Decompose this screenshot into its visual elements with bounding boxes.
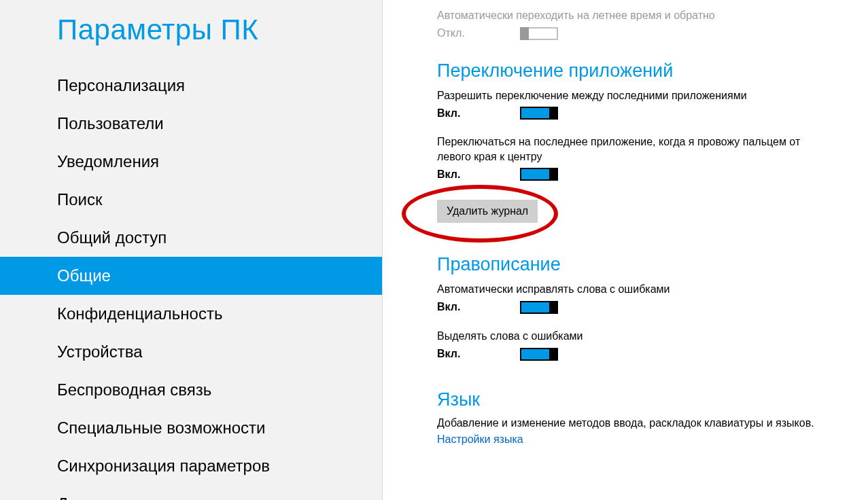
delete-history-button[interactable]: Удалить журнал [437, 200, 538, 223]
setting-swipe-last-app: Переключаться на последнее приложение, к… [437, 135, 834, 181]
setting-allow-recent-desc: Разрешить переключение между последними … [437, 88, 834, 103]
sidebar-item-privacy[interactable]: Конфиденциальность [0, 295, 382, 333]
section-language: Язык Добавление и изменение методов ввод… [437, 389, 834, 446]
setting-highlight-errors-desc: Выделять слова с ошибками [437, 329, 834, 344]
sidebar-item-users[interactable]: Пользователи [0, 105, 382, 143]
sidebar: Параметры ПК Персонализация Пользователи… [0, 0, 383, 500]
setting-swipe-last-app-state: Вкл. [437, 168, 471, 181]
setting-swipe-last-app-desc: Переключаться на последнее приложение, к… [437, 135, 834, 164]
language-settings-link[interactable]: Настройки языка [437, 433, 523, 446]
toggle-swipe-last-app[interactable] [520, 168, 558, 181]
setting-allow-recent-state: Вкл. [437, 107, 471, 120]
toggle-dst[interactable] [520, 27, 558, 40]
sidebar-item-sync[interactable]: Синхронизация параметров [0, 447, 382, 485]
setting-highlight-errors: Выделять слова с ошибками Вкл. [437, 329, 834, 361]
sidebar-item-notifications[interactable]: Уведомления [0, 143, 382, 181]
setting-highlight-errors-state: Вкл. [437, 348, 471, 360]
setting-autocorrect-state: Вкл. [437, 301, 471, 313]
setting-dst-state: Откл. [437, 27, 471, 39]
section-spelling: Правописание Автоматически исправлять сл… [437, 254, 834, 360]
section-app-switching: Переключение приложений Разрешить перекл… [437, 60, 834, 234]
setting-autocorrect: Автоматически исправлять слова с ошибкам… [437, 282, 834, 314]
setting-dst: Автоматически переходить на летнее время… [437, 8, 834, 40]
sidebar-item-wireless[interactable]: Беспроводная связь [0, 371, 382, 409]
sidebar-title: Параметры ПК [0, 8, 382, 67]
section-title-language: Язык [437, 389, 834, 410]
section-title-spelling: Правописание [437, 254, 834, 275]
setting-autocorrect-desc: Автоматически исправлять слова с ошибкам… [437, 282, 834, 297]
main-content: Автоматически переходить на летнее время… [383, 0, 868, 500]
setting-dst-desc: Автоматически переходить на летнее время… [437, 8, 834, 23]
sidebar-item-general[interactable]: Общие [0, 257, 382, 295]
language-desc: Добавление и изменение методов ввода, ра… [437, 417, 834, 429]
sidebar-item-homegroup[interactable]: Домашняя группа [0, 485, 382, 500]
sidebar-item-sharing[interactable]: Общий доступ [0, 219, 382, 257]
sidebar-item-devices[interactable]: Устройства [0, 333, 382, 371]
toggle-autocorrect[interactable] [520, 301, 558, 314]
toggle-highlight-errors[interactable] [520, 348, 558, 361]
toggle-allow-recent[interactable] [520, 107, 558, 120]
section-title-app-switching: Переключение приложений [437, 60, 834, 82]
sidebar-item-accessibility[interactable]: Специальные возможности [0, 409, 382, 447]
setting-allow-recent: Разрешить переключение между последними … [437, 88, 834, 120]
sidebar-item-search[interactable]: Поиск [0, 181, 382, 219]
sidebar-item-personalization[interactable]: Персонализация [0, 67, 382, 105]
